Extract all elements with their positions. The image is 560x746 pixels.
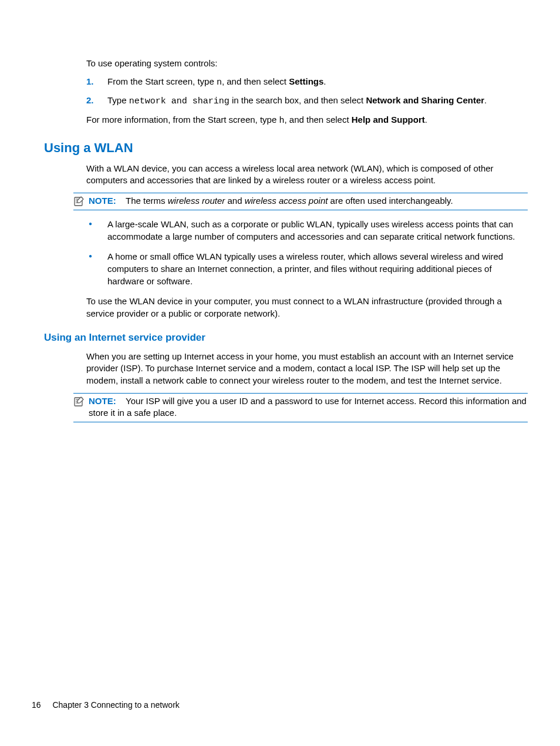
wlan-p2: To use the WLAN device in your computer,… xyxy=(86,295,528,320)
step-number: 1. xyxy=(86,76,94,88)
step-1: 1. From the Start screen, type n, and th… xyxy=(86,76,528,89)
heading-using-wlan: Using a WLAN xyxy=(44,140,528,156)
wlan-section: With a WLAN device, you can access a wir… xyxy=(86,163,528,187)
wlan-bullets-section: A large-scale WLAN, such as a corporate … xyxy=(86,219,528,320)
page-number: 16 xyxy=(32,700,41,710)
note-text: Your ISP will give you a user ID and a p… xyxy=(89,396,527,418)
list-item: A home or small office WLAN typically us… xyxy=(86,251,528,287)
intro-lead: To use operating system controls: xyxy=(86,58,528,70)
wlan-p1: With a WLAN device, you can access a wir… xyxy=(86,163,528,187)
note-block: NOTE: Your ISP will give you a user ID a… xyxy=(73,393,528,422)
note-inner: NOTE: Your ISP will give you a user ID a… xyxy=(73,395,528,419)
note-icon xyxy=(73,396,85,408)
isp-section: When you are setting up Internet access … xyxy=(86,351,528,387)
step-2: 2. Type network and sharing in the searc… xyxy=(86,95,528,108)
page: To use operating system controls: 1. Fro… xyxy=(0,0,560,746)
note-label: NOTE: xyxy=(89,196,116,206)
isp-p1: When you are setting up Internet access … xyxy=(86,351,528,387)
heading-isp: Using an Internet service provider xyxy=(44,332,528,344)
note-text: The terms wireless router and wireless a… xyxy=(119,196,453,206)
list-item: A large-scale WLAN, such as a corporate … xyxy=(86,219,528,243)
note-label: NOTE: xyxy=(89,396,116,406)
content-area: To use operating system controls: 1. Fro… xyxy=(44,58,528,431)
step-number: 2. xyxy=(86,95,94,107)
step-text: From the Start screen, type n, and then … xyxy=(107,76,326,86)
steps-list: 1. From the Start screen, type n, and th… xyxy=(86,76,528,108)
note-icon xyxy=(73,196,85,207)
note-inner: NOTE: The terms wireless router and wire… xyxy=(73,195,528,207)
chapter-title: Chapter 3 Connecting to a network xyxy=(52,700,179,710)
intro-section: To use operating system controls: 1. Fro… xyxy=(86,58,528,127)
footer: 16 Chapter 3 Connecting to a network xyxy=(32,700,180,710)
note-block: NOTE: The terms wireless router and wire… xyxy=(73,193,528,210)
step-text: Type network and sharing in the search b… xyxy=(107,95,487,105)
wlan-bullets: A large-scale WLAN, such as a corporate … xyxy=(86,219,528,287)
more-info: For more information, from the Start scr… xyxy=(86,114,528,127)
